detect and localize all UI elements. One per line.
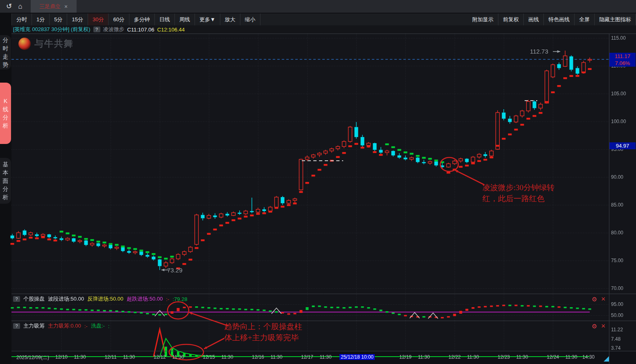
panel2-header-item: 主力吸筹:0.00 (48, 322, 81, 330)
window-topbar: ↺ ⌂ 三足鼎立 × (0, 0, 636, 13)
time-axis-label: 11:30 (221, 354, 233, 360)
panel2-header-item: : (108, 323, 110, 329)
panel2-help-icon[interactable]: ? (13, 323, 20, 329)
time-axis-label: 11:30 (418, 354, 430, 360)
home-icon[interactable]: ⌂ (18, 2, 22, 11)
tool-button-隐藏主图指标[interactable]: 隐藏主图指标 (595, 13, 636, 25)
period-toolbar: 分时1分5分15分30分60分多分钟日线周线更多▼放大缩小附加显示前复权画线特色… (11, 13, 636, 26)
panel1-settings-gear-icon[interactable]: ⚙ (592, 296, 597, 303)
price-axis-label: 75.00 (611, 258, 623, 263)
price-axis-label: 80.00 (611, 230, 623, 236)
time-axis-label: 11:30 (123, 354, 135, 360)
tool-button-画线[interactable]: 画线 (524, 13, 544, 25)
period-button-1分[interactable]: 1分 (32, 13, 50, 25)
price-badge-7.06%: 7.06% (609, 60, 636, 67)
toolbar-spacer (260, 13, 468, 25)
panel1-header-item: 超跌进场:50.00 (127, 295, 163, 303)
time-axis-label: 11:30 (516, 354, 528, 360)
price-axis-label: 90.00 (611, 174, 623, 180)
period-button-分时[interactable]: 分时 (11, 13, 32, 25)
window-tab[interactable]: 三足鼎立 × (31, 0, 77, 13)
period-button-30分[interactable]: 30分 (88, 13, 109, 25)
tool-button-全屏[interactable]: 全屏 (575, 13, 595, 25)
sidebar-tab-分时走势[interactable]: 分时走势 (0, 35, 11, 70)
high-price-marker: 112.73 (530, 48, 548, 55)
time-axis-label: 12/19 (399, 354, 412, 360)
price-badge-111.17: 111.17 (609, 53, 636, 60)
help-icon[interactable]: ? (93, 27, 100, 32)
low-price-marker: 73.29 (167, 267, 183, 274)
time-axis-label: 11:30 (172, 354, 184, 360)
period-button-放大[interactable]: 放大 (220, 13, 240, 25)
panel1-close-icon[interactable]: × (601, 295, 606, 303)
panel1-axis-label: 95.00 (611, 301, 623, 307)
window-tab-title: 三足鼎立 (39, 3, 61, 10)
indicator-name-label: 凌波微步 (103, 26, 124, 33)
panel2-header-item: :- (84, 323, 88, 329)
trading-app-window: ↺ ⌂ 三足鼎立 × 分时1分5分15分30分60分多分钟日线周线更多▼放大缩小… (0, 0, 636, 364)
bull-logo-icon (18, 38, 31, 50)
panel1-help-icon[interactable]: ? (13, 296, 20, 302)
price-axis-label: 100.00 (611, 119, 626, 124)
chart-info-bar: [英维克 002837 30分钟] (前复权) ? 凌波微步 C11:107.0… (11, 25, 636, 34)
price-axis-label: 70.00 (611, 285, 623, 291)
time-axis-label: 12/11 (104, 354, 116, 360)
tab-close-icon[interactable]: × (64, 3, 68, 10)
panel1-axis-label: 50.00 (611, 312, 623, 318)
panel1-header: ?个股操盘波段进场:50.00反弹进场:50.00超跌进场:50.00:-:79… (13, 295, 188, 303)
time-axis-label: 11:30 (467, 354, 479, 360)
sidebar-tab-K线分析[interactable]: K线分析 (0, 83, 11, 144)
period-button-5分[interactable]: 5分 (50, 13, 67, 25)
period-button-15分[interactable]: 15分 (67, 13, 88, 25)
period-button-缩小[interactable]: 缩小 (240, 13, 260, 25)
time-axis-label: 2025/12/09(二) (16, 354, 49, 361)
price-axis-label: 105.00 (611, 91, 626, 97)
time-axis-label: 12/10 (55, 354, 68, 360)
panel1-header-item: 个股操盘 (23, 295, 45, 303)
time-axis-label: 12/24 (547, 354, 559, 360)
panel1-header-item: :- (166, 296, 169, 302)
period-button-日线[interactable]: 日线 (155, 13, 175, 25)
price-axis-label: 115.00 (611, 35, 626, 41)
panel-resize-handle[interactable] (604, 356, 609, 362)
panel2-axis-label: 11.22 (611, 327, 623, 333)
panel1-header-item: :79.28 (172, 296, 187, 302)
time-axis-label: 12/22 (448, 354, 461, 360)
time-axis-label: 12/23 (498, 354, 510, 360)
panel2-axis-label: 7.48 (611, 336, 620, 342)
time-axis-label: 11:30 (74, 354, 86, 360)
panel1-header-item: 反弹进场:50.00 (87, 295, 123, 303)
time-axis-label: 12/17 (301, 354, 313, 360)
time-axis-label: 11:30 (319, 354, 331, 360)
c11-value: C11:107.06 (127, 27, 154, 33)
panel2-close-icon[interactable]: × (601, 322, 606, 330)
back-icon[interactable]: ↺ (6, 2, 12, 11)
panel2-settings-gear-icon[interactable]: ⚙ (592, 323, 597, 330)
tool-button-前复权[interactable]: 前复权 (498, 13, 524, 25)
panel2-axis-label: 3.74 (611, 345, 620, 351)
sidebar-tab-基本面分析[interactable]: 基本面分析 (0, 158, 11, 204)
panel2-header: ?主力吸筹主力吸筹:0.00:-洗盘:-: (13, 322, 109, 330)
time-axis-label: 12/15 (203, 354, 215, 360)
time-axis-label: 12/12 (154, 354, 166, 360)
watermark-text: 与牛共舞 (34, 38, 74, 50)
panel2-header-item: 洗盘:- (91, 322, 105, 330)
panel1-header-item: 波段进场:50.00 (48, 295, 84, 303)
annotation-panel-text: 趋势向上：个股操盘柱 体上移+主力吸筹完毕 (224, 321, 302, 343)
c12-value: C12:106.44 (157, 27, 185, 33)
time-axis-label: 11:30 (270, 354, 282, 360)
symbol-label: [英维克 002837 30分钟] (前复权) (13, 26, 91, 33)
time-axis-label: 14:30 (582, 354, 595, 360)
price-badge-94.97: 94.97 (609, 142, 636, 149)
tool-button-特色画线[interactable]: 特色画线 (544, 13, 575, 25)
period-button-周线[interactable]: 周线 (175, 13, 195, 25)
price-axis-label: 85.00 (611, 202, 623, 208)
tool-button-附加显示[interactable]: 附加显示 (468, 13, 498, 25)
period-button-更多▼[interactable]: 更多▼ (195, 13, 220, 25)
selected-time-label: 25/12/18 10:00 (340, 354, 375, 360)
period-button-多分钟[interactable]: 多分钟 (129, 13, 155, 25)
annotation-main-text: 凌波微步:30分钟绿转 红，此后一路红色 (482, 182, 555, 204)
watermark: 与牛共舞 (18, 38, 74, 50)
panel2-header-item: 主力吸筹 (23, 322, 45, 330)
period-button-60分[interactable]: 60分 (109, 13, 129, 25)
